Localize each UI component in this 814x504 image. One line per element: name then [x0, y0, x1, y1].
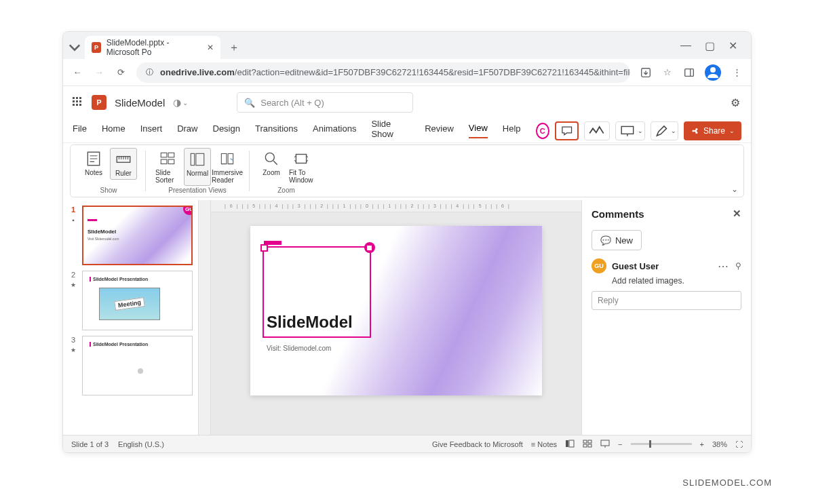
- tab-slide-show[interactable]: Slide Show: [371, 119, 410, 143]
- reload-icon[interactable]: ⟳: [115, 66, 127, 79]
- ruler-button[interactable]: Ruler: [110, 148, 137, 180]
- document-title[interactable]: SlideModel: [115, 97, 165, 109]
- editing-mode-button[interactable]: ⌄: [651, 121, 678, 140]
- tab-design[interactable]: Design: [213, 123, 240, 138]
- svg-rect-1: [685, 69, 694, 76]
- share-button[interactable]: Share⌄: [684, 121, 741, 140]
- tab-view[interactable]: View: [469, 123, 488, 138]
- fit-to-window-button[interactable]: Fit To Window: [288, 148, 315, 186]
- tab-draw[interactable]: Draw: [177, 123, 197, 138]
- slide-thumbnail-3[interactable]: SlideModel Presentation: [82, 336, 193, 395]
- tab-animations[interactable]: Animations: [313, 123, 356, 138]
- browser-address-bar: ← → ⟳ ⓘ onedrive.live.com/edit?action=ed…: [63, 59, 751, 86]
- slide-subtitle[interactable]: Visit: Slidemodel.com: [267, 345, 331, 352]
- site-info-icon[interactable]: ⓘ: [146, 66, 153, 79]
- settings-gear-icon[interactable]: ⚙: [729, 96, 741, 109]
- comment-link-icon[interactable]: ⚲: [735, 261, 741, 271]
- comments-button[interactable]: [555, 121, 579, 140]
- immersive-reader-button[interactable]: Immersive Reader: [214, 148, 241, 186]
- notes-toggle[interactable]: ≡ Notes: [531, 440, 557, 448]
- present-button[interactable]: ⌄: [615, 121, 645, 140]
- normal-view-button[interactable]: Normal: [184, 148, 211, 186]
- slide-canvas[interactable]: C SlideModel Visit: Slidemodel.com: [250, 226, 542, 395]
- reply-input[interactable]: Reply: [592, 291, 741, 310]
- url-field[interactable]: ⓘ onedrive.live.com/edit?action=editnew&…: [136, 62, 630, 83]
- collapse-ribbon-icon[interactable]: ⌄: [731, 185, 738, 194]
- language-button[interactable]: English (U.S.): [118, 440, 164, 448]
- svg-rect-19: [168, 159, 174, 164]
- comment-bubble-icon: 💬: [600, 235, 611, 246]
- search-icon: 🔍: [244, 98, 255, 108]
- browser-menu-icon[interactable]: ⋮: [731, 66, 743, 79]
- svg-rect-17: [168, 153, 174, 157]
- svg-rect-21: [196, 153, 204, 165]
- slide-thumbnail-2[interactable]: SlideModel Presentation Meeting: [82, 271, 193, 330]
- nav-back-icon[interactable]: ←: [71, 66, 83, 79]
- comment-more-icon[interactable]: ⋯: [718, 260, 729, 273]
- app-launcher-icon[interactable]: [73, 97, 83, 108]
- catch-up-button[interactable]: [584, 121, 610, 140]
- maximize-icon[interactable]: ▢: [705, 39, 715, 52]
- slideshow-icon[interactable]: [600, 440, 610, 449]
- svg-rect-16: [161, 153, 167, 157]
- zoom-in-icon[interactable]: +: [700, 440, 704, 448]
- browser-tab[interactable]: P SlideModel.pptx - Microsoft Po ✕: [85, 36, 220, 59]
- ribbon-tab-bar: File Home Insert Draw Design Transitions…: [63, 119, 751, 143]
- comment-author: Guest User: [612, 261, 659, 271]
- tab-help[interactable]: Help: [503, 123, 521, 138]
- ribbon-group-views: Slide Sorter Normal Immersive Reader Pre…: [150, 148, 245, 194]
- feedback-link[interactable]: Give Feedback to Microsoft: [432, 440, 523, 448]
- zoom-percent[interactable]: 38%: [712, 440, 727, 448]
- svg-rect-26: [569, 440, 574, 447]
- ribbon-content: Notes Ruler Show Slide Sorter Normal Imm…: [70, 144, 744, 197]
- zoom-button[interactable]: Zoom: [258, 148, 285, 186]
- search-input[interactable]: 🔍 Search (Alt + Q): [237, 92, 413, 113]
- comment-avatar: GU: [592, 258, 606, 273]
- install-app-icon[interactable]: [640, 66, 652, 79]
- close-window-icon[interactable]: ✕: [729, 39, 737, 52]
- svg-rect-30: [588, 444, 592, 447]
- bookmark-icon[interactable]: ☆: [661, 66, 674, 79]
- collaborator-badge: C: [364, 242, 375, 253]
- thumb-number: 2: [71, 271, 75, 279]
- slide-thumbnails-panel[interactable]: 1▪ SlideModel Visit Slidemodel.com GU 2★…: [63, 200, 199, 435]
- new-tab-button[interactable]: ＋: [225, 38, 244, 57]
- new-comment-button[interactable]: 💬New: [592, 230, 642, 250]
- minimize-icon[interactable]: —: [680, 39, 691, 52]
- app-header: P SlideModel ◑ ⌄ 🔍 Search (Alt + Q) ⚙: [63, 86, 751, 119]
- notes-button[interactable]: Notes: [80, 148, 107, 180]
- normal-view-icon[interactable]: [565, 440, 575, 449]
- tab-home[interactable]: Home: [102, 123, 125, 138]
- save-status-icon[interactable]: ◑ ⌄: [173, 97, 188, 108]
- tab-file[interactable]: File: [73, 123, 87, 138]
- workspace: 1▪ SlideModel Visit Slidemodel.com GU 2★…: [63, 200, 751, 435]
- animation-star-icon: ★: [71, 282, 76, 288]
- slide-counter[interactable]: Slide 1 of 3: [71, 440, 109, 448]
- fit-window-icon[interactable]: ⛶: [735, 440, 743, 448]
- comment-thread[interactable]: GU Guest User ⋯⚲ Add related images. Rep…: [592, 258, 741, 310]
- tab-insert[interactable]: Insert: [140, 123, 163, 138]
- tab-review[interactable]: Review: [425, 123, 454, 138]
- slide-title[interactable]: SlideModel: [267, 313, 353, 332]
- presence-badge[interactable]: C: [536, 123, 549, 139]
- slide-thumbnail-1[interactable]: SlideModel Visit Slidemodel.com GU: [82, 206, 193, 265]
- close-tab-icon[interactable]: ✕: [207, 43, 214, 52]
- slide-sorter-button[interactable]: Slide Sorter: [154, 148, 181, 186]
- thumb-row-3: 3★ SlideModel Presentation: [69, 336, 193, 395]
- profile-avatar-icon[interactable]: [705, 64, 721, 81]
- ribbon-group-zoom: Zoom Fit To Window Zoom: [254, 148, 319, 194]
- comment-indicator-icon: ▪: [72, 216, 75, 224]
- sorter-view-icon[interactable]: [583, 440, 592, 449]
- zoom-out-icon[interactable]: −: [618, 440, 622, 448]
- svg-rect-27: [583, 440, 587, 443]
- tab-transitions[interactable]: Transitions: [255, 123, 298, 138]
- side-panel-icon[interactable]: [683, 66, 695, 79]
- svg-line-23: [273, 161, 277, 164]
- tab-menu-chevron-icon[interactable]: [69, 41, 81, 54]
- svg-rect-24: [296, 155, 306, 163]
- close-comments-icon[interactable]: ✕: [733, 208, 741, 220]
- nav-forward-icon[interactable]: →: [93, 66, 105, 79]
- ribbon-group-show: Notes Ruler Show: [76, 148, 141, 194]
- zoom-slider[interactable]: [631, 443, 692, 445]
- slide-canvas-area: |6|||5|||4|||3|||2|||1|||0|||1|||2|||3||…: [211, 200, 581, 435]
